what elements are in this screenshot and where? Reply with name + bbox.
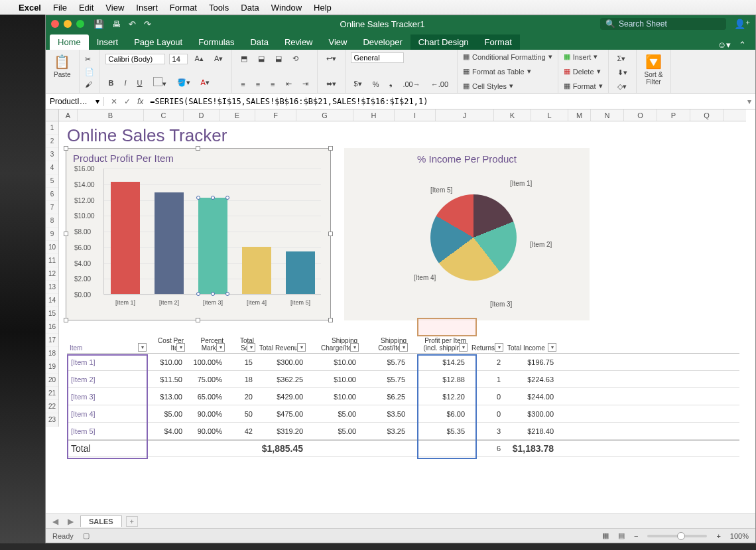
table-cell[interactable]: $5.00: [307, 410, 360, 418]
fx-icon[interactable]: fx: [137, 97, 143, 106]
row-header[interactable]: 11: [46, 254, 58, 267]
align-center-icon[interactable]: ≡: [253, 78, 263, 90]
align-right-icon[interactable]: ≡: [267, 78, 278, 90]
col-header[interactable]: H: [353, 109, 395, 121]
table-cell[interactable]: $11.50: [148, 376, 186, 383]
align-top-icon[interactable]: ⬒: [237, 52, 251, 65]
clear-icon[interactable]: ◇▾: [614, 80, 631, 93]
table-cell[interactable]: $5.75: [360, 376, 409, 383]
qat-save-icon[interactable]: 💾: [94, 19, 104, 29]
fill-color-button[interactable]: 🪣▾: [174, 76, 194, 89]
resize-handle[interactable]: [328, 146, 333, 151]
table-cell[interactable]: 90.00%: [186, 427, 226, 435]
row-header[interactable]: 3: [46, 148, 58, 161]
align-left-icon[interactable]: ≡: [237, 78, 248, 90]
resize-handle[interactable]: [196, 318, 200, 322]
autosum-icon[interactable]: Σ▾: [614, 52, 631, 65]
table-cell[interactable]: [Item 4]: [67, 410, 148, 418]
table-cell[interactable]: $6.25: [360, 393, 409, 401]
format-cells-button[interactable]: ▦ Format ▾: [564, 82, 603, 90]
underline-button[interactable]: U: [134, 77, 146, 89]
insert-cells-button[interactable]: ▦ Insert ▾: [564, 52, 603, 61]
col-header[interactable]: P: [657, 109, 690, 121]
col-header[interactable]: E: [220, 109, 255, 121]
font-size-select[interactable]: [169, 54, 188, 64]
table-cell[interactable]: $362.25: [257, 376, 307, 383]
fill-icon[interactable]: ⬇▾: [614, 66, 631, 79]
row-headers[interactable]: 1234567891011121314151617181920212223: [46, 121, 59, 427]
row-header[interactable]: 12: [46, 267, 58, 281]
table-cell[interactable]: $10.00: [307, 376, 360, 383]
table-cell[interactable]: $429.00: [257, 393, 307, 401]
row-header[interactable]: 1: [46, 121, 58, 135]
tab-page-layout[interactable]: Page Layout: [126, 34, 190, 50]
table-cell[interactable]: $3.25: [360, 427, 409, 435]
wrap-text-icon[interactable]: ↩▾: [323, 52, 340, 65]
font-name-select[interactable]: [105, 54, 165, 64]
menu-help[interactable]: Help: [314, 3, 332, 13]
qat-undo-icon[interactable]: ↶: [129, 19, 136, 29]
table-cell[interactable]: $10.00: [307, 393, 360, 401]
table-cell[interactable]: $4.00: [148, 427, 186, 435]
filter-button[interactable]: ▾: [399, 343, 408, 352]
resize-handle[interactable]: [64, 146, 68, 151]
tab-review[interactable]: Review: [277, 34, 321, 50]
col-header[interactable]: A: [59, 109, 78, 121]
collapse-ribbon-icon[interactable]: ⌃: [739, 40, 746, 50]
resize-handle[interactable]: [328, 318, 333, 322]
row-header[interactable]: 23: [46, 413, 58, 427]
format-as-table-button[interactable]: ▦ Format as Table ▾: [463, 67, 552, 76]
table-cell[interactable]: $319.20: [257, 427, 307, 435]
resize-handle[interactable]: [64, 318, 68, 322]
indent-decrease-icon[interactable]: ⇤: [283, 78, 295, 90]
resize-handle[interactable]: [328, 232, 333, 236]
tab-data[interactable]: Data: [242, 34, 276, 50]
currency-icon[interactable]: $▾: [351, 78, 365, 90]
table-row[interactable]: [Item 1]$10.00100.00%15$300.00$10.00$5.7…: [67, 354, 739, 371]
name-box[interactable]: ProductI…▾: [46, 97, 104, 106]
table-cell[interactable]: $12.20: [409, 393, 469, 401]
row-header[interactable]: 4: [46, 161, 58, 174]
add-sheet-button[interactable]: +: [126, 516, 138, 527]
filter-button[interactable]: ▾: [495, 343, 503, 352]
conditional-formatting-button[interactable]: ▦ Conditional Formatting ▾: [463, 52, 552, 61]
col-header[interactable]: B: [78, 109, 144, 121]
copy-icon[interactable]: 📄: [85, 68, 94, 76]
resize-handle[interactable]: [196, 146, 200, 151]
col-header[interactable]: M: [568, 109, 591, 121]
table-cell[interactable]: 65.00%: [186, 393, 226, 401]
table-row[interactable]: [Item 4]$5.0090.00%50$475.00$5.00$3.50$6…: [67, 405, 739, 423]
account-icon[interactable]: ☺▾: [718, 40, 731, 50]
decrease-decimal-icon[interactable]: ←.00: [428, 78, 452, 90]
percent-icon[interactable]: %: [369, 78, 383, 90]
table-cell[interactable]: [Item 3]: [67, 393, 148, 401]
table-cell[interactable]: [Item 1]: [67, 358, 148, 366]
table-row[interactable]: [Item 3]$13.0065.00%20$429.00$10.00$6.25…: [67, 388, 739, 405]
zoom-out-button[interactable]: −: [634, 532, 638, 540]
zoom-level[interactable]: 100%: [730, 532, 749, 540]
table-cell[interactable]: 50: [226, 410, 257, 418]
filter-button[interactable]: ▾: [459, 343, 468, 352]
menu-file[interactable]: File: [53, 3, 67, 13]
qat-redo-icon[interactable]: ↷: [144, 19, 151, 29]
delete-cells-button[interactable]: ▦ Delete ▾: [564, 67, 603, 76]
col-header[interactable]: N: [591, 109, 624, 121]
zoom-window-button[interactable]: [76, 20, 84, 28]
font-color-button[interactable]: A▾: [198, 76, 213, 89]
paste-button[interactable]: 📋Paste: [51, 52, 74, 80]
table-cell[interactable]: $6.00: [409, 410, 469, 418]
table-row[interactable]: [Item 5]$4.0090.00%42$319.20$5.00$3.25$5…: [67, 423, 739, 440]
row-header[interactable]: 15: [46, 307, 58, 320]
row-header[interactable]: 6: [46, 188, 58, 201]
normal-view-icon[interactable]: ▦: [602, 531, 609, 540]
col-header[interactable]: C: [144, 109, 184, 121]
tab-developer[interactable]: Developer: [355, 34, 410, 50]
bar-chart[interactable]: Product Profit Per Item $0.00$2.00$4.00$…: [66, 148, 331, 320]
table-cell[interactable]: $5.75: [360, 358, 409, 366]
app-name[interactable]: Excel: [19, 3, 41, 13]
tab-home[interactable]: Home: [50, 34, 89, 50]
row-header[interactable]: 18: [46, 347, 58, 360]
menu-data[interactable]: Data: [241, 3, 259, 13]
select-all-corner[interactable]: [46, 109, 59, 121]
align-middle-icon[interactable]: ⬓: [255, 52, 268, 65]
